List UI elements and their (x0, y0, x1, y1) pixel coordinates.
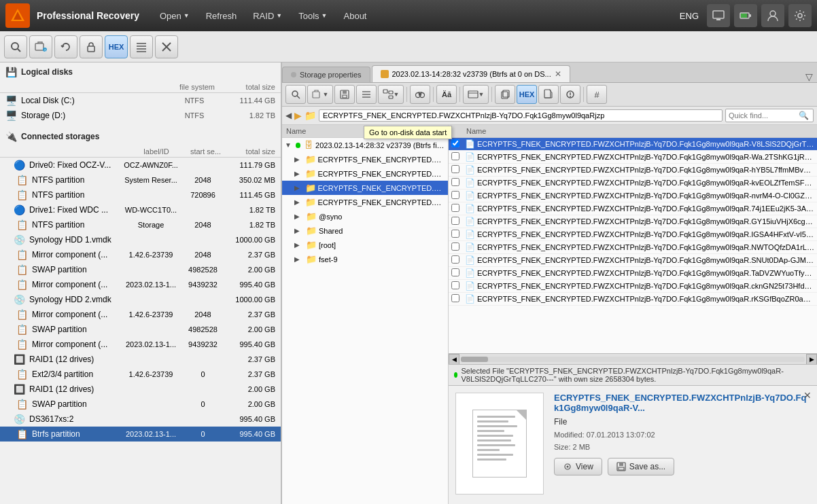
raid1-ext[interactable]: 📋 Ext2/3/4 partition 1.42.6-23739 0 2.37… (0, 367, 281, 382)
tree-root[interactable]: ▼ 🗄 2023.02.13-14:28:32 v23739 (Btrfs fi… (282, 138, 448, 152)
synology-hdd1[interactable]: 💿 Synology HDD 1.vmdk 1000.00 GB (0, 232, 281, 247)
tree-shared[interactable]: ▶ 📁 Shared (282, 223, 448, 238)
syn2-swap[interactable]: 📋 SWAP partition 4982528 2.00 GB (0, 322, 281, 337)
file-check-12[interactable] (451, 294, 459, 302)
horizontal-scrollbar[interactable]: ◀ ▶ (449, 353, 817, 364)
file-list[interactable]: 📄 ECRYPTFS_FNEK_ENCRYPTED.FWZXCHTPnlzjB-… (449, 138, 817, 353)
rt-save-btn[interactable] (334, 85, 355, 104)
file-check-10[interactable] (451, 268, 459, 276)
drive1-item[interactable]: 🔵 Drive1: Fixed WDC ... WD-WCC1T0... 1.8… (0, 202, 281, 217)
file-row-7[interactable]: 📄 ECRYPTFS_FNEK_ENCRYPTED.FWZXCHTPnlzjB-… (449, 228, 817, 241)
path-back-arrow[interactable]: ◀ (285, 111, 292, 120)
menu-tools[interactable]: Tools ▼ (292, 7, 334, 25)
syn1-mirror2[interactable]: 📋 Mirror component (... 2023.02.13-1... … (0, 277, 281, 292)
tree-enc2[interactable]: ▶ 📁 ECRYPTFS_FNEK_ENCRYPTED.FWZXC (282, 166, 448, 181)
rt-binoculars-btn[interactable] (410, 85, 430, 104)
rt-view-btn[interactable]: ▼ (463, 85, 489, 104)
file-check-7[interactable] (451, 230, 459, 238)
file-check-1[interactable] (451, 152, 459, 160)
tree-enc1[interactable]: ▶ 📁 ECRYPTFS_FNEK_ENCRYPTED.FWZXC (282, 152, 448, 166)
file-check-4[interactable] (451, 191, 459, 199)
file-check-6[interactable] (451, 217, 459, 225)
drive0-ntfs1[interactable]: 📋 NTFS partition System Reser... 2048 35… (0, 173, 281, 187)
file-check-11[interactable] (451, 281, 459, 289)
search-input[interactable] (729, 111, 797, 120)
tree-fset[interactable]: ▶ 📁 fset-9 (282, 252, 448, 266)
tab-btrfs-close[interactable]: ✕ (555, 69, 561, 79)
file-check-5[interactable] (451, 204, 459, 212)
tab-btrfs[interactable]: 2023.02.13-14:28:32 v23739 (Btrfs at 0 o… (372, 65, 570, 82)
tab-storage-properties[interactable]: Storage properties (282, 67, 370, 82)
rt-list-btn[interactable] (356, 85, 377, 104)
toolbar-scan-btn[interactable] (4, 35, 27, 58)
file-row-8[interactable]: 📄 ECRYPTFS_FNEK_ENCRYPTED.FWZXCHTPnlzjB-… (449, 241, 817, 254)
preview-save-btn[interactable]: Save as... (608, 458, 674, 475)
toolbar-hex-btn[interactable]: HEX (105, 35, 128, 58)
file-row-3[interactable]: 📄 ECRYPTFS_FNEK_ENCRYPTED.FWZXCHTPnlzjB-… (449, 177, 817, 190)
rt-props-btn[interactable] (560, 85, 580, 104)
scroll-thumb[interactable] (461, 357, 488, 362)
rt-tree-btn[interactable]: ▼ (378, 85, 404, 104)
drive0-item[interactable]: 🔵 Drive0: Fixed OCZ-V... OCZ-AWNZ0F... 1… (0, 158, 281, 173)
path-text[interactable]: ECRYPTFS_FNEK_ENCRYPTED.FWZXCHTPnlzjB-Yq… (319, 109, 723, 122)
tree-syno[interactable]: ▶ 📁 @syno (282, 209, 448, 223)
file-row-6[interactable]: 📄 ECRYPTFS_FNEK_ENCRYPTED.FWZXCHTPnlzjB-… (449, 215, 817, 228)
file-row-0[interactable]: 📄 ECRYPTFS_FNEK_ENCRYPTED.FWZXCHTPnlzjB-… (449, 138, 817, 151)
menu-refresh[interactable]: Refresh (199, 7, 244, 25)
file-row-1[interactable]: 📄 ECRYPTFS_FNEK_ENCRYPTED.FWZXCHTPnlzjB-… (449, 151, 817, 164)
rt-hex-btn[interactable]: HEX (517, 85, 537, 104)
toolbar-refresh-btn[interactable] (54, 35, 77, 58)
file-row-4[interactable]: 📄 ECRYPTFS_FNEK_ENCRYPTED.FWZXCHTPnlzjB-… (449, 190, 817, 202)
rt-copy-btn[interactable] (495, 85, 515, 104)
file-row-12[interactable]: 📄 ECRYPTFS_FNEK_ENCRYPTED.FWZXCHTPnlzjB-… (449, 293, 817, 306)
rt-search-btn[interactable] (285, 85, 306, 104)
rt-file-btn[interactable] (538, 85, 559, 104)
logical-disk-c[interactable]: 🖥️ Local Disk (C:) NTFS 111.44 GB (0, 93, 281, 108)
synology-hdd2[interactable]: 💿 Synology HDD 2.vmdk 1000.00 GB (0, 292, 281, 307)
search-box[interactable]: 🔍 (725, 109, 814, 122)
scroll-left-btn[interactable]: ◀ (449, 354, 459, 365)
tree-enc1-expand[interactable]: ▶ (294, 156, 303, 163)
tree-enc3[interactable]: ▶ 📁 ECRYPTFS_FNEK_ENCRYPTED.FWZXC (282, 181, 448, 195)
ds3617-item[interactable]: 💿 DS3617xs:2 995.40 GB (0, 412, 281, 427)
scroll-track[interactable] (461, 357, 805, 362)
rt-open-btn[interactable]: ▼ (307, 85, 333, 104)
tree-enc2-expand[interactable]: ▶ (294, 170, 303, 177)
btrfs-partition[interactable]: 📋 Btrfs partition 2023.02.13-1... 0 995.… (0, 427, 281, 442)
syn1-mirror1[interactable]: 📋 Mirror component (... 1.42.6-23739 204… (0, 247, 281, 262)
tree-shared-expand[interactable]: ▶ (294, 227, 304, 234)
file-check-3[interactable] (451, 178, 459, 186)
drive0-ntfs2[interactable]: 📋 NTFS partition 720896 111.45 GB (0, 187, 281, 202)
tree-syno-expand[interactable]: ▶ (294, 213, 304, 220)
menu-icon-settings[interactable] (788, 4, 812, 27)
syn1-swap[interactable]: 📋 SWAP partition 4982528 2.00 GB (0, 262, 281, 277)
menu-icon-user[interactable] (761, 4, 784, 27)
tree-enc3-expand[interactable]: ▶ (294, 184, 303, 192)
menu-about[interactable]: About (337, 7, 374, 25)
preview-close-btn[interactable]: ✕ (803, 390, 812, 401)
tree-enc4[interactable]: ▶ 📁 ECRYPTFS_FNEK_ENCRYPTED.FWZXC (282, 195, 448, 209)
syn2-mirror2[interactable]: 📋 Mirror component (... 2023.02.13-1... … (0, 337, 281, 352)
logical-disk-d[interactable]: 🖥️ Storage (D:) NTFS 1.82 TB (0, 108, 281, 123)
file-check-2[interactable] (451, 165, 459, 173)
raid1-second[interactable]: 🔲 RAID1 (12 drives) 2.00 GB (0, 382, 281, 397)
preview-view-btn[interactable]: View (554, 458, 602, 475)
rt-text-btn[interactable]: Äā (436, 85, 457, 104)
scroll-right-btn[interactable]: ▶ (806, 354, 817, 365)
file-check-0[interactable] (451, 139, 459, 147)
toolbar-lock-btn[interactable] (80, 35, 103, 58)
file-row-2[interactable]: 📄 ECRYPTFS_FNEK_ENCRYPTED.FWZXCHTPnlzjB-… (449, 164, 817, 177)
file-row-5[interactable]: 📄 ECRYPTFS_FNEK_ENCRYPTED.FWZXCHTPnlzjB-… (449, 202, 817, 215)
tree-root-folder[interactable]: ▶ 📁 [root] (282, 238, 448, 252)
menu-open[interactable]: Open ▼ (153, 7, 196, 25)
tree-root-folder-expand[interactable]: ▶ (294, 241, 304, 249)
tree-fset-expand[interactable]: ▶ (294, 255, 304, 263)
menu-raid[interactable]: RAID ▼ (246, 7, 289, 25)
file-row-10[interactable]: 📄 ECRYPTFS_FNEK_ENCRYPTED.FWZXCHTPnlzjB-… (449, 267, 817, 280)
toolbar-open-btn[interactable]: ↻ (29, 35, 52, 58)
file-row-9[interactable]: 📄 ECRYPTFS_FNEK_ENCRYPTED.FWZXCHTPnlzjB-… (449, 254, 817, 267)
raid1-swap[interactable]: 📋 SWAP partition 0 2.00 GB (0, 397, 281, 412)
file-check-8[interactable] (451, 242, 459, 251)
file-check-9[interactable] (451, 255, 459, 264)
raid1-first[interactable]: 🔲 RAID1 (12 drives) 2.37 GB (0, 352, 281, 367)
